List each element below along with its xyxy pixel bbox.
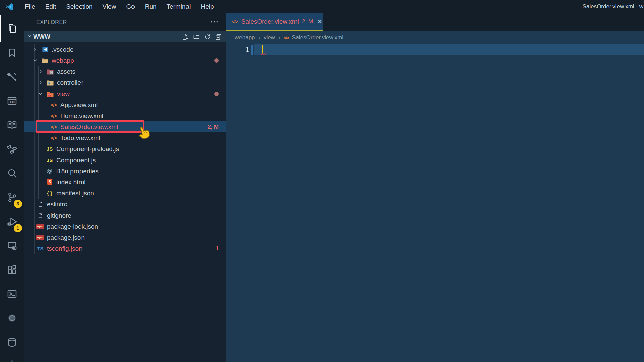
tree-item-tsconfig-json[interactable]: TS tsconfig.json 1 — [24, 243, 226, 254]
activity-source-control[interactable]: 3 — [0, 185, 24, 209]
activity-terminal[interactable] — [0, 282, 24, 306]
tree-item-gitignore[interactable]: gitignore — [24, 210, 226, 221]
menu-file[interactable]: File — [20, 0, 40, 13]
breadcrumb-item-view[interactable]: view — [264, 34, 275, 41]
editor-group: </> SalesOrder.view.xml 2, M ✕ webapp › … — [226, 13, 644, 362]
section-www[interactable]: WWW — [24, 31, 226, 42]
menu-view[interactable]: View — [98, 0, 121, 13]
tree-item-label: view — [57, 90, 70, 98]
svg-text:API: API — [9, 101, 15, 104]
tree-item-vscode[interactable]: .vscode — [24, 44, 226, 55]
collapse-all-icon — [215, 33, 222, 41]
activity-globe[interactable] — [0, 306, 24, 330]
tree-item-label: Component.js — [56, 157, 96, 164]
text-cursor — [262, 45, 263, 54]
vscode-logo — [5, 2, 14, 11]
tree-item-component-preload-js[interactable]: JS Component-preload.js — [24, 143, 226, 155]
tree-item-component-js[interactable]: JS Component.js — [24, 155, 226, 166]
more-actions-icon[interactable]: ⋯ — [210, 13, 219, 30]
extensions-icon — [6, 264, 18, 276]
tree-item-webapp[interactable]: webapp — [24, 55, 226, 66]
vscode-folder-icon — [41, 46, 49, 54]
new-folder-button[interactable] — [192, 33, 201, 41]
xml-icon: </> — [50, 112, 58, 120]
problems-badge: 1 — [216, 245, 219, 252]
git-modified-gutter — [251, 45, 253, 55]
chevron-down-icon — [26, 33, 33, 41]
chevron-down-icon — [32, 57, 38, 64]
tab-problems-badge: 2, M — [302, 18, 313, 25]
ts-icon: TS — [36, 245, 44, 253]
tree-item-package-lock-json[interactable]: npm package-lock.json — [24, 221, 226, 232]
tree-item-package-json[interactable]: npm package.json — [24, 232, 226, 243]
activity-dependencies[interactable] — [0, 137, 24, 161]
modified-dot — [214, 58, 219, 63]
tree-item-assets[interactable]: assets — [24, 66, 226, 77]
activity-bookmarks[interactable] — [0, 41, 24, 65]
new-file-button[interactable] — [181, 33, 190, 41]
tree-item-manifest-json[interactable]: { } manifest.json — [24, 188, 226, 199]
activity-docs[interactable] — [0, 113, 24, 137]
braces-icon: { } — [46, 189, 54, 197]
refresh-button[interactable] — [203, 33, 212, 41]
activity-database[interactable] — [0, 330, 24, 354]
activity-extensions[interactable] — [0, 258, 24, 282]
bookmark-icon — [6, 47, 18, 58]
tree-item-eslintrc[interactable]: eslintrc — [24, 199, 226, 210]
activity-explorer[interactable] — [0, 16, 24, 41]
partial-icon — [6, 359, 18, 362]
menu-edit[interactable]: Edit — [40, 0, 61, 13]
problems-badge: 2, M — [208, 124, 219, 130]
html5-icon: 5 — [46, 178, 54, 186]
tree-item-view[interactable]: <> view — [24, 88, 226, 99]
breadcrumb-item-webapp[interactable]: webapp — [235, 34, 255, 41]
vscode-window: File Edit Selection View Go Run Terminal… — [0, 0, 644, 362]
breadcrumb-item-file[interactable]: SalesOrder.view.xml — [292, 34, 343, 41]
tree-item-i18n-properties[interactable]: i18n.properties — [24, 166, 226, 177]
tree-item-label: Home.view.xml — [60, 112, 103, 120]
assets-folder-icon — [46, 68, 54, 76]
chevron-right-icon — [37, 79, 44, 86]
tree-item-label: App.view.xml — [60, 101, 98, 109]
gear-icon — [46, 167, 54, 175]
explorer-sidebar: EXPLORER ⋯ WWW — [24, 13, 226, 362]
activity-api-client[interactable]: API — [0, 89, 24, 113]
menu-run[interactable]: Run — [140, 0, 162, 13]
menu-terminal[interactable]: Terminal — [162, 0, 196, 13]
tree-item-label: manifest.json — [56, 190, 94, 197]
menu-go[interactable]: Go — [121, 0, 140, 13]
menu-help[interactable]: Help — [196, 0, 219, 13]
tree-item-index-html[interactable]: 5 index.html — [24, 177, 226, 188]
tree-item-home-view-xml[interactable]: </> Home.view.xml — [24, 110, 226, 121]
activity-more-partial[interactable] — [0, 354, 24, 362]
activity-remote-explorer[interactable] — [0, 234, 24, 258]
js-icon: JS — [46, 156, 54, 164]
debug-badge: 1 — [14, 224, 22, 232]
activity-run-debug[interactable]: 1 — [0, 209, 24, 234]
files-icon — [6, 23, 18, 34]
svg-text:<>: <> — [48, 94, 51, 96]
section-actions — [181, 33, 223, 41]
activity-search[interactable] — [0, 161, 24, 185]
tree-item-todo-view-xml[interactable]: </> Todo.view.xml — [24, 132, 226, 143]
explorer-title: EXPLORER — [36, 13, 67, 31]
close-icon[interactable]: ✕ — [317, 18, 322, 25]
tab-bar: </> SalesOrder.view.xml 2, M ✕ — [226, 13, 644, 31]
menu-selection[interactable]: Selection — [61, 0, 97, 13]
breadcrumb-separator: › — [278, 34, 280, 41]
file-tree: .vscode webapp ass — [24, 44, 226, 254]
open-book-icon — [6, 119, 18, 131]
activity-tools[interactable] — [0, 65, 24, 89]
npm-icon: npm — [36, 234, 44, 242]
breadcrumb-separator: › — [258, 34, 260, 41]
editor-content[interactable]: 1 — [226, 44, 644, 362]
powershell-icon — [6, 288, 18, 300]
tab-salesorder-view-xml[interactable]: </> SalesOrder.view.xml 2, M ✕ — [226, 13, 323, 31]
tree-item-controller[interactable]: controller — [24, 77, 226, 88]
tree-item-label: package.json — [47, 234, 85, 241]
file-icon — [36, 200, 44, 208]
current-line-highlight — [254, 44, 644, 55]
collapse-all-button[interactable] — [214, 33, 223, 41]
file-icon — [36, 212, 44, 220]
tree-item-app-view-xml[interactable]: </> App.view.xml — [24, 99, 226, 110]
